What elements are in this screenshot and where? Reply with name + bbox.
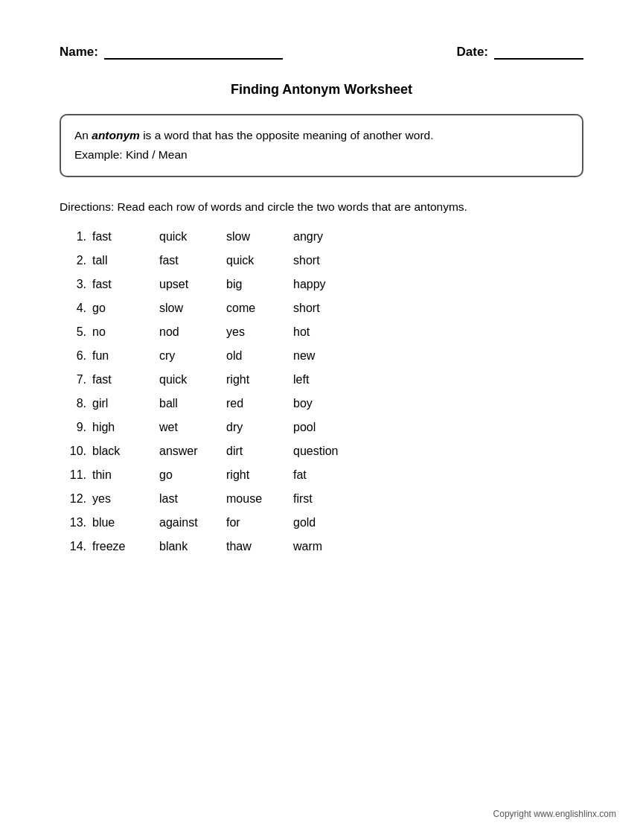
word-cell: yes [92,492,159,506]
word-cell: no [92,325,159,339]
word-cell: new [293,349,360,363]
word-cell: cry [159,349,226,363]
word-cell: red [226,397,293,410]
def-text-before: An [74,129,92,141]
word-cell: for [226,516,293,529]
word-cell: last [159,492,226,506]
row-number: 14. [60,540,86,553]
word-cell: thaw [226,540,293,553]
row-number: 7. [60,373,86,386]
name-field: Name: [60,45,283,60]
word-cell: quick [159,373,226,386]
definition-text: An antonym is a word that has the opposi… [74,126,569,145]
word-cell: first [293,492,360,506]
word-cell: high [92,421,159,434]
row-number: 8. [60,397,86,410]
word-row: 9.highwetdrypool [60,421,583,434]
word-cell: against [159,516,226,529]
word-cell: blank [159,540,226,553]
word-row: 4.goslowcomeshort [60,302,583,315]
word-cell: mouse [226,492,293,506]
word-row: 8.girlballredboy [60,397,583,410]
word-cell: upset [159,278,226,291]
page-title: Finding Antonym Worksheet [60,82,583,98]
def-text-after: is a word that has the opposite meaning … [140,129,434,141]
word-cell: tall [92,254,159,267]
word-cell: answer [159,445,226,458]
row-number: 3. [60,278,86,291]
word-cell: slow [159,302,226,315]
word-cell: question [293,445,360,458]
word-cell: black [92,445,159,458]
date-line [494,45,583,60]
word-row: 10.blackanswerdirtquestion [60,445,583,458]
word-row: 13.blueagainstforgold [60,516,583,529]
word-cell: yes [226,325,293,339]
word-row: 1.fastquickslowangry [60,230,583,244]
row-number: 12. [60,492,86,506]
word-cell: girl [92,397,159,410]
word-cell: happy [293,278,360,291]
word-cell: fast [92,278,159,291]
word-row: 5.nonodyeshot [60,325,583,339]
word-row: 11.thingorightfat [60,468,583,482]
name-line [104,45,283,60]
word-cell: old [226,349,293,363]
date-label: Date: [456,45,488,60]
word-cell: short [293,302,360,315]
word-cell: blue [92,516,159,529]
definition-box: An antonym is a word that has the opposi… [60,114,583,177]
word-cell: thin [92,468,159,482]
word-cell: short [293,254,360,267]
word-cell: quick [159,230,226,244]
date-field: Date: [456,45,583,60]
row-number: 11. [60,468,86,482]
word-cell: dry [226,421,293,434]
word-cell: gold [293,516,360,529]
word-cell: fat [293,468,360,482]
word-row: 12.yeslastmousefirst [60,492,583,506]
word-cell: pool [293,421,360,434]
antonym-word: antonym [92,129,140,141]
word-row: 14.freezeblankthawwarm [60,540,583,553]
directions-text: Directions: Read each row of words and c… [60,198,583,215]
row-number: 9. [60,421,86,434]
word-cell: big [226,278,293,291]
word-cell: ball [159,397,226,410]
header-row: Name: Date: [60,45,583,60]
word-cell: fast [92,230,159,244]
word-cell: hot [293,325,360,339]
word-cell: fast [92,373,159,386]
word-cell: go [92,302,159,315]
row-number: 2. [60,254,86,267]
word-row: 7.fastquickrightleft [60,373,583,386]
row-number: 10. [60,445,86,458]
word-cell: come [226,302,293,315]
word-row: 2.tallfastquickshort [60,254,583,267]
word-list: 1.fastquickslowangry2.tallfastquickshort… [60,230,583,553]
word-cell: angry [293,230,360,244]
word-cell: wet [159,421,226,434]
word-cell: right [226,468,293,482]
word-cell: nod [159,325,226,339]
word-cell: warm [293,540,360,553]
row-number: 1. [60,230,86,244]
word-cell: left [293,373,360,386]
definition-example: Example: Kind / Mean [74,145,569,165]
word-cell: go [159,468,226,482]
word-cell: slow [226,230,293,244]
word-cell: fun [92,349,159,363]
word-cell: dirt [226,445,293,458]
row-number: 4. [60,302,86,315]
word-cell: right [226,373,293,386]
word-row: 6.funcryoldnew [60,349,583,363]
word-row: 3.fastupsetbighappy [60,278,583,291]
word-cell: quick [226,254,293,267]
row-number: 13. [60,516,86,529]
name-label: Name: [60,45,98,60]
word-cell: boy [293,397,360,410]
row-number: 5. [60,325,86,339]
word-cell: freeze [92,540,159,553]
copyright-text: Copyright www.englishlinx.com [493,809,616,819]
word-cell: fast [159,254,226,267]
